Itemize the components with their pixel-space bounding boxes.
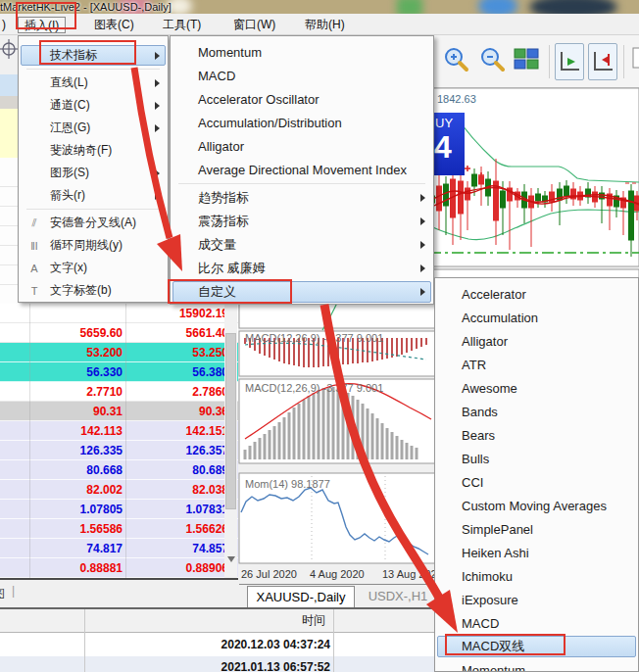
custom-menu-item-13[interactable]: iExposure bbox=[435, 588, 638, 611]
custom-menu-item-9[interactable]: Custom Moving Averages bbox=[435, 494, 638, 517]
text-icon: A bbox=[26, 263, 42, 274]
menu-item-label: 技术指标 bbox=[50, 47, 97, 64]
menu-item-label: Momentum bbox=[198, 45, 262, 60]
candle-body bbox=[459, 181, 464, 214]
custom-menu-item-1[interactable]: Accumulation bbox=[435, 306, 638, 329]
column-divider bbox=[84, 609, 85, 672]
menu-item-label: Alligator bbox=[462, 334, 508, 349]
menu-item-label: 箭头(r) bbox=[50, 187, 85, 204]
indicators-menu-item-1[interactable]: MACD bbox=[171, 64, 433, 87]
terminal-header-row: 时间 bbox=[0, 609, 434, 633]
submenu-arrow-icon bbox=[155, 79, 160, 87]
candle-body bbox=[466, 188, 470, 200]
indicators-menu-item-5[interactable]: Average Directional Movement Index bbox=[171, 158, 433, 181]
cycle-lines-icon: ǁǀ bbox=[26, 240, 42, 252]
application-window: tMarketHK-Live2 - [XAUUSD-,Daily] ) 插入(I… bbox=[0, 0, 639, 672]
tab-xauusd-daily[interactable]: XAUUSD-,Daily bbox=[247, 586, 355, 608]
date-axis-label: 4 Aug 2020 bbox=[310, 568, 365, 580]
menu-separator bbox=[26, 69, 160, 70]
custom-menu-item-10[interactable]: SimplePanel bbox=[435, 517, 638, 541]
time-column-header[interactable]: 时间 bbox=[86, 609, 325, 632]
date-axis-label: 26 Jul 2020 bbox=[241, 568, 297, 580]
insert-menu-item-6[interactable]: 图形(S) bbox=[19, 162, 168, 184]
custom-menu-item-12[interactable]: Ichimoku bbox=[435, 564, 638, 588]
text-label-icon: T bbox=[26, 285, 42, 297]
submenu-arrow-icon bbox=[420, 288, 425, 296]
menu-item-label: 通道(C) bbox=[50, 97, 90, 114]
submenu-arrow-icon bbox=[155, 124, 160, 132]
indicators-menu-item-2[interactable]: Accelerator Oscillator bbox=[171, 87, 433, 111]
insert-menu: 技术指标直线(L)通道(C)江恩(G)斐波纳奇(F)图形(S)箭头(r)⫽安德鲁… bbox=[18, 35, 169, 303]
custom-menu-item-14[interactable]: MACD bbox=[435, 611, 638, 635]
indicators-menu-item-10[interactable]: 比尔 威廉姆 bbox=[171, 257, 433, 280]
submenu-arrow-icon bbox=[155, 102, 160, 110]
menu-item-label: 震荡指标 bbox=[198, 213, 249, 230]
menu-item-label: Bands bbox=[462, 405, 498, 419]
custom-menu-item-5[interactable]: Bands bbox=[435, 400, 638, 423]
insert-menu-item-12[interactable]: T文字标签(b) bbox=[19, 279, 168, 302]
menu-item-label: Custom Moving Averages bbox=[462, 499, 607, 513]
pitchfork-icon: ⫽ bbox=[26, 216, 42, 229]
custom-menu-item-4[interactable]: Awesome bbox=[435, 376, 638, 400]
time-cell: 2021.01.13 06:57:52 bbox=[86, 656, 330, 672]
insert-menu-item-11[interactable]: A文字(x) bbox=[19, 257, 168, 279]
custom-menu-item-15[interactable]: MACD双线 bbox=[435, 635, 638, 658]
submenu-arrow-icon bbox=[155, 192, 160, 200]
column-divider bbox=[333, 609, 334, 672]
insert-menu-item-3[interactable]: 通道(C) bbox=[19, 94, 168, 117]
custom-indicators-submenu: AcceleratorAccumulationAlligatorATRAweso… bbox=[434, 277, 639, 672]
momentum-label: Mom(14) 98.1877 bbox=[245, 478, 330, 490]
custom-menu-item-2[interactable]: Alligator bbox=[435, 329, 638, 353]
submenu-arrow-icon bbox=[420, 194, 425, 202]
menu-item-label: 循环周期线(y) bbox=[50, 237, 123, 254]
insert-menu-item-7[interactable]: 箭头(r) bbox=[19, 184, 168, 207]
table-row[interactable]: 2021.01.13 06:57:52 bbox=[0, 656, 434, 672]
menu-item-label: Momentum bbox=[462, 663, 525, 672]
candle-body bbox=[629, 191, 634, 240]
scrollbar-thumb[interactable] bbox=[225, 333, 236, 509]
menu-item-label: 趋势指标 bbox=[198, 189, 249, 207]
scroll-down-icon[interactable] bbox=[227, 556, 235, 562]
candle-body bbox=[565, 186, 569, 196]
tab-usdx-h1[interactable]: USDX-,H1 bbox=[359, 586, 437, 608]
time-cell: 2020.12.03 04:37:24 bbox=[86, 634, 330, 655]
insert-menu-item-5[interactable]: 斐波纳奇(F) bbox=[19, 139, 168, 162]
custom-menu-item-11[interactable]: Heiken Ashi bbox=[435, 541, 638, 564]
menu-item-label: Ichimoku bbox=[462, 569, 513, 584]
indicators-menu-item-9[interactable]: 成交量 bbox=[171, 233, 433, 257]
menu-item-label: SimplePanel bbox=[462, 522, 533, 537]
menu-item-label: Bears bbox=[462, 428, 495, 443]
insert-menu-item-0[interactable]: 技术指标 bbox=[19, 44, 168, 67]
custom-menu-item-3[interactable]: ATR bbox=[435, 353, 638, 376]
indicators-menu-item-4[interactable]: Alligator bbox=[171, 134, 433, 158]
menu-item-label: 文字标签(b) bbox=[50, 282, 112, 299]
submenu-arrow-icon bbox=[420, 241, 425, 249]
custom-menu-item-6[interactable]: Bears bbox=[435, 423, 638, 447]
submenu-arrow-icon bbox=[420, 264, 425, 272]
menu-item-label: Heiken Ashi bbox=[462, 546, 529, 560]
candle-body bbox=[501, 191, 506, 208]
menu-item-label: Bulls bbox=[462, 452, 489, 466]
terminal-panel: 时间 2020.12.03 04:37:24 2021.01.13 06:57:… bbox=[0, 607, 434, 672]
indicators-menu-item-0[interactable]: Momentum bbox=[171, 40, 433, 64]
indicators-menu-item-11[interactable]: 自定义 bbox=[171, 280, 433, 304]
custom-menu-item-0[interactable]: Accelerator bbox=[435, 282, 638, 306]
menu-item-label: Awesome bbox=[462, 381, 517, 396]
custom-menu-item-16[interactable]: Momentum bbox=[435, 658, 638, 672]
menu-item-label: 斐波纳奇(F) bbox=[50, 142, 112, 159]
indicators-menu-item-8[interactable]: 震荡指标 bbox=[171, 210, 433, 233]
menu-separator bbox=[178, 183, 425, 184]
indicators-menu-item-7[interactable]: 趋势指标 bbox=[171, 186, 433, 210]
insert-menu-item-2[interactable]: 直线(L) bbox=[19, 72, 168, 94]
custom-menu-item-7[interactable]: Bulls bbox=[435, 447, 638, 470]
table-row[interactable]: 2020.12.03 04:37:24 bbox=[0, 634, 434, 655]
candle-body bbox=[437, 186, 442, 211]
insert-menu-item-9[interactable]: ⫽安德鲁分叉线(A) bbox=[19, 212, 168, 234]
custom-menu-item-8[interactable]: CCI bbox=[435, 470, 638, 494]
candle-body bbox=[444, 184, 449, 206]
menu-item-label: Accumulation bbox=[462, 311, 538, 325]
market-watch-scrollbar[interactable] bbox=[224, 304, 237, 578]
indicators-menu-item-3[interactable]: Accumulation/Distribution bbox=[171, 111, 433, 134]
insert-menu-item-10[interactable]: ǁǀ循环周期线(y) bbox=[19, 234, 168, 257]
insert-menu-item-4[interactable]: 江恩(G) bbox=[19, 117, 168, 139]
